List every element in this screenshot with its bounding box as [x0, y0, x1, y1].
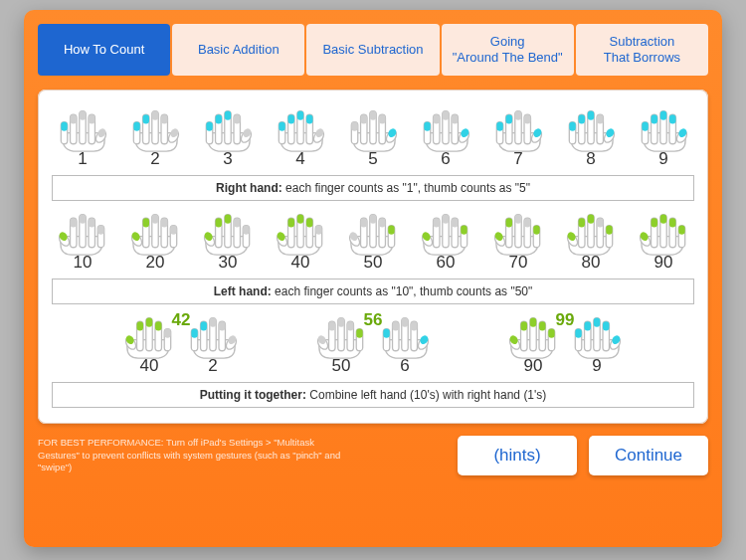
svg-rect-227 — [521, 321, 527, 330]
svg-rect-157 — [506, 218, 512, 227]
svg-rect-31 — [279, 122, 284, 131]
svg-rect-85 — [660, 111, 666, 120]
hand-icon — [636, 209, 691, 257]
hand-chip: 90 — [633, 209, 694, 273]
svg-rect-177 — [652, 218, 657, 227]
svg-rect-117 — [216, 218, 222, 227]
svg-rect-45 — [370, 111, 376, 120]
hand-icon — [569, 312, 625, 360]
svg-rect-153 — [524, 218, 530, 227]
svg-rect-23 — [216, 114, 222, 123]
svg-rect-107 — [143, 218, 149, 227]
hand-icon — [55, 209, 110, 257]
hand-chip: 30 — [197, 209, 259, 273]
svg-rect-43 — [361, 114, 367, 123]
hand-chip: 50 — [342, 209, 404, 273]
svg-rect-131 — [388, 226, 394, 235]
svg-rect-197 — [219, 321, 225, 330]
hand-icon — [127, 209, 183, 257]
svg-rect-135 — [370, 215, 376, 224]
svg-rect-141 — [461, 226, 466, 235]
svg-rect-83 — [652, 114, 657, 123]
hand-chip: 40 — [270, 209, 331, 273]
hand-chip: 1 — [52, 105, 113, 169]
svg-rect-13 — [143, 114, 149, 123]
hand-icon — [418, 105, 473, 153]
combo-group: 90999 — [502, 312, 628, 376]
hand-icon — [505, 312, 561, 360]
svg-rect-87 — [669, 114, 675, 123]
svg-rect-77 — [597, 114, 603, 123]
hand-chip: 60 — [415, 209, 476, 273]
hand-chip: 7 — [487, 105, 549, 169]
svg-rect-125 — [297, 215, 303, 224]
hand-chip: 5 — [342, 105, 404, 169]
svg-rect-75 — [588, 111, 594, 120]
hand-icon — [313, 312, 369, 360]
hand-chip: 9 — [566, 312, 628, 376]
row-right-hand: 123456789 — [52, 105, 694, 169]
tab-bar: How To Count Basic Addition Basic Subtra… — [38, 24, 708, 76]
svg-rect-67 — [524, 114, 530, 123]
svg-rect-137 — [361, 218, 367, 227]
svg-rect-7 — [89, 114, 94, 123]
tab-how-to-count[interactable]: How To Count — [38, 24, 170, 76]
svg-rect-171 — [678, 226, 684, 235]
svg-rect-225 — [530, 318, 536, 327]
hand-chip: 3 — [197, 105, 259, 169]
tab-subtraction-borrows[interactable]: Subtraction That Borrows — [576, 24, 708, 76]
svg-rect-173 — [669, 218, 675, 227]
svg-rect-113 — [234, 218, 240, 227]
svg-rect-183 — [155, 321, 161, 330]
svg-rect-203 — [347, 321, 353, 330]
svg-rect-73 — [579, 114, 585, 123]
combo-group: 40242 — [118, 312, 244, 376]
svg-rect-71 — [569, 122, 575, 131]
svg-rect-187 — [137, 321, 143, 330]
svg-rect-143 — [452, 218, 458, 227]
svg-rect-27 — [234, 114, 240, 123]
svg-rect-217 — [411, 321, 417, 330]
hand-icon — [345, 209, 401, 257]
rule-right-hand: Right hand: each finger counts as "1", t… — [52, 175, 694, 201]
hand-chip: 6 — [374, 312, 436, 376]
continue-button[interactable]: Continue — [589, 436, 708, 475]
svg-rect-145 — [443, 215, 449, 224]
hand-icon — [490, 209, 546, 257]
combo-sum: 56 — [364, 310, 383, 330]
svg-rect-55 — [443, 111, 449, 120]
svg-rect-151 — [533, 226, 539, 235]
hand-icon — [377, 312, 433, 360]
hand-icon — [185, 312, 241, 360]
hand-chip: 80 — [560, 209, 622, 273]
svg-rect-155 — [515, 215, 521, 224]
svg-rect-211 — [383, 329, 389, 338]
row-left-hand: 102030405060708090 — [52, 209, 694, 273]
svg-rect-1 — [61, 122, 67, 131]
svg-rect-47 — [379, 114, 385, 123]
combo-sum: 99 — [556, 310, 575, 330]
svg-rect-101 — [170, 226, 176, 235]
hand-chip: 4 — [270, 105, 331, 169]
tutorial-panel: How To Count Basic Addition Basic Subtra… — [24, 10, 722, 547]
svg-rect-237 — [603, 321, 609, 330]
combo-sum: 42 — [172, 310, 191, 330]
hints-button[interactable]: (hints) — [458, 436, 577, 475]
svg-rect-123 — [306, 218, 312, 227]
tab-around-the-bend[interactable]: Going "Around The Bend" — [442, 24, 574, 76]
svg-rect-33 — [288, 114, 294, 123]
svg-rect-185 — [146, 318, 152, 327]
svg-rect-215 — [402, 318, 408, 327]
tab-basic-subtraction[interactable]: Basic Subtraction — [306, 24, 439, 76]
svg-rect-35 — [297, 111, 303, 120]
svg-rect-207 — [329, 321, 335, 330]
hand-icon — [121, 312, 177, 360]
hand-chip: 9 — [633, 105, 694, 169]
svg-rect-21 — [206, 122, 212, 131]
svg-rect-37 — [306, 114, 312, 123]
footer: FOR BEST PERFORMANCE: Turn off iPad's Se… — [38, 436, 708, 475]
tab-basic-addition[interactable]: Basic Addition — [172, 24, 304, 76]
svg-rect-127 — [288, 218, 294, 227]
hand-icon — [563, 209, 619, 257]
svg-rect-165 — [588, 215, 594, 224]
